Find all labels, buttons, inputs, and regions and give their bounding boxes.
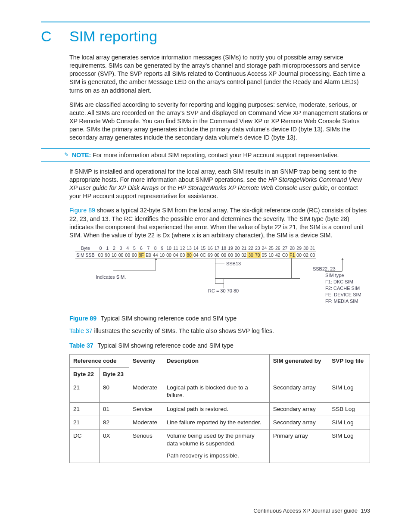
byte-index: 29 (296, 246, 302, 252)
td-generated: Secondary array (269, 416, 328, 429)
annot-simtype-line: F2: CACHE SIM (325, 286, 360, 291)
ssb-byte: 00 (220, 252, 227, 258)
annot-line (224, 278, 224, 288)
byte-index: 31 (309, 246, 316, 252)
annot-ssb13: SSB13 (226, 261, 241, 266)
th-description: Description (163, 354, 269, 381)
paragraph-table-ref: Table 37 illustrates the severity of SIM… (69, 327, 370, 335)
ssb-byte: 04 (172, 252, 179, 258)
annot-line (113, 271, 156, 271)
byte-index: 16 (207, 246, 214, 252)
ssb-byte: 90 (104, 252, 111, 258)
byte-index: 10 (165, 246, 172, 252)
td-byte22: 21 (70, 416, 100, 429)
ssb-byte: 00 (131, 252, 138, 258)
byte-index: 0 (97, 246, 104, 252)
sim-byte-diagram: Byte012345678910111213141516171819202122… (75, 246, 370, 310)
table-37-link[interactable]: Table 37 (69, 327, 93, 334)
td-byte22: DC (70, 429, 100, 463)
note-rule-bottom (41, 161, 370, 162)
note-icon: ✎ (64, 151, 69, 157)
byte-index: 20 (234, 246, 241, 252)
byte-index: 8 (152, 246, 159, 252)
td-desc-line: Volume being used by the primary data vo… (167, 432, 266, 448)
table-row: 21 82 Moderate Line failure reported by … (70, 416, 370, 429)
heading-row: C SIM reporting (41, 27, 370, 47)
footer-text: Continuous Access XP Journal user guide (253, 507, 358, 514)
ssb-byte: 0C (199, 252, 207, 258)
ssb-byte: E0 (145, 252, 152, 258)
td-byte22: 21 (70, 402, 100, 416)
note-rule-top (41, 148, 370, 149)
byte-index: 27 (281, 246, 289, 252)
th-generated: SIM generated by (269, 354, 328, 381)
td-desc-line: Path recovery is impossible. (167, 452, 266, 460)
td-description: Line failure reported by the extender. (163, 416, 269, 429)
footer-page-number: 193 (361, 507, 370, 514)
sim-severity-table: Reference code Severity Description SIM … (69, 354, 370, 463)
byte-index: 3 (118, 246, 125, 252)
td-byte23: 0X (100, 429, 129, 463)
annot-simtype-line: FF: MEDIA SIM (325, 299, 358, 304)
byte-index: 13 (186, 246, 193, 252)
td-byte22: 21 (70, 381, 100, 402)
annot-line (291, 258, 292, 278)
td-byte23: 81 (100, 402, 129, 416)
byte-index: 12 (179, 246, 186, 252)
byte-index: 24 (261, 246, 268, 252)
byte-index: 7 (145, 246, 152, 252)
td-byte23: 82 (100, 416, 129, 429)
byte-index: 19 (227, 246, 234, 252)
ssb-byte: 42 (274, 252, 281, 258)
ssb-byte: 80 (186, 252, 193, 258)
ssb-byte: 02 (241, 252, 248, 258)
table-row: 21 81 Service Logical path is restored. … (70, 402, 370, 416)
byte-index: 11 (172, 246, 179, 252)
byte-index: 21 (241, 246, 248, 252)
note-line: ✎ NOTE: For more information about SIM r… (64, 151, 370, 159)
th-severity: Severity (129, 354, 163, 381)
ssb-row-label: SIM SSB (75, 252, 97, 258)
th-byte22: Byte 22 (70, 367, 100, 381)
table-row: DC 0X Serious Volume being used by the p… (70, 429, 370, 463)
td-severity: Moderate (129, 381, 163, 402)
annot-line (156, 258, 156, 271)
note-label: NOTE: (72, 152, 91, 159)
ssb-byte: 02 (302, 252, 309, 258)
p4b: shows a typical 32-byte SIM from the loc… (69, 207, 367, 239)
td-generated: Primary array (269, 429, 328, 463)
annot-line (215, 258, 215, 283)
byte-index: 2 (111, 246, 118, 252)
td-description: Logical path is restored. (163, 402, 269, 416)
annot-line (325, 271, 342, 272)
top-rule (41, 22, 370, 22)
byte-index: 25 (268, 246, 274, 252)
annot-line (215, 264, 224, 264)
paragraph-intro-1: The local array generates service inform… (69, 53, 370, 95)
annot-simtype-line: F1: DKC SIM (325, 280, 353, 284)
td-description: Volume being used by the primary data vo… (163, 429, 269, 463)
th-logfile: SVP log file (328, 354, 370, 381)
ssb-byte: 00 (179, 252, 186, 258)
byte-index: 9 (159, 246, 166, 252)
ssb-byte: 00 (214, 252, 221, 258)
note-body: For more information about SIM reporting… (93, 152, 339, 159)
td-logfile: SSB Log (328, 402, 370, 416)
td-desc-line: Logical path is blocked due to a failure… (167, 384, 266, 399)
th-byte23: Byte 23 (100, 367, 129, 381)
ssb-byte: 8F (138, 252, 145, 258)
td-severity: Moderate (129, 416, 163, 429)
ssb-byte: 10 (111, 252, 118, 258)
paragraph-snmp: If SNMP is installed and operational for… (69, 168, 370, 201)
ssb-byte: F1 (289, 252, 296, 258)
annot-line (300, 258, 300, 278)
td-desc-line: Logical path is restored. (167, 405, 266, 413)
byte-index: 22 (247, 246, 254, 252)
appendix-letter: C (41, 27, 54, 47)
table-37-caption: Table 37 Typical SIM showing reference c… (69, 342, 370, 350)
byte-index: 6 (138, 246, 145, 252)
figure-89-link[interactable]: Figure 89 (69, 207, 95, 214)
td-byte23: 80 (100, 381, 129, 402)
td-severity: Serious (129, 429, 163, 463)
p3d: HP StorageWorks XP Remote Web Console us… (178, 184, 328, 191)
